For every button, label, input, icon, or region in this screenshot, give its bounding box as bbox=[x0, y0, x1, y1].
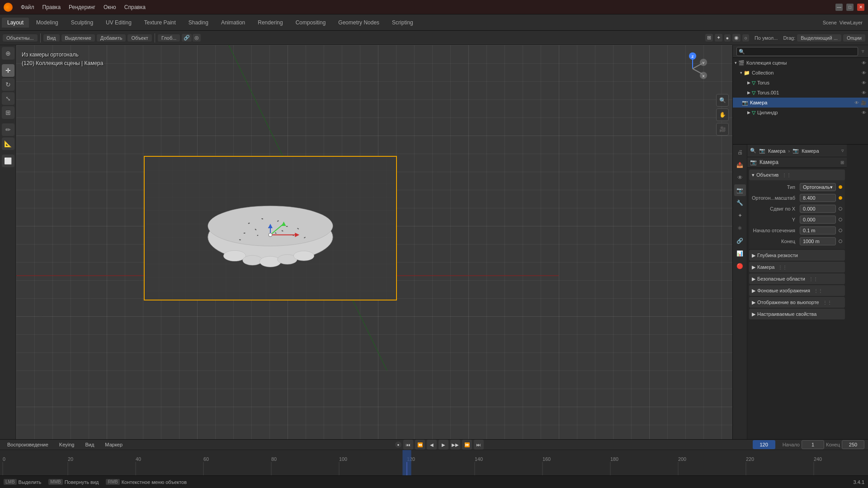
tl-keying-dropdown[interactable]: Keying bbox=[56, 441, 78, 448]
safe-areas-header[interactable]: ▶ Безопасные области ⋮⋮ bbox=[749, 273, 845, 284]
collection-item[interactable]: ▾ 📁 Collection 👁 bbox=[733, 68, 868, 78]
add-tool[interactable]: ⬜ bbox=[2, 155, 14, 167]
cylinder-vis-icon[interactable]: 👁 bbox=[862, 110, 866, 115]
prop-clip-start-dot[interactable] bbox=[839, 229, 842, 232]
dof-section-header[interactable]: ▶ Глубина резкости bbox=[749, 250, 845, 261]
tl-playback-dropdown[interactable]: Воспроизведение bbox=[4, 441, 52, 448]
proportional-btn[interactable]: ◎ bbox=[193, 34, 201, 42]
props-tab-constraints[interactable]: 🔗 bbox=[734, 235, 746, 247]
camera-sec-list-icon[interactable]: ⋮⋮ bbox=[778, 265, 787, 270]
col-visibility-icon[interactable]: 👁 bbox=[862, 70, 866, 75]
cursor-tool[interactable]: ⊕ bbox=[2, 47, 14, 60]
menu-edit[interactable]: Правка bbox=[39, 3, 65, 11]
props-filter-icon[interactable]: ▿ bbox=[841, 148, 844, 154]
menu-file[interactable]: Файл bbox=[17, 3, 38, 11]
camera-section-header[interactable]: ▶ Камера ⋮⋮ bbox=[749, 262, 845, 272]
lens-section-header[interactable]: ▾ Объектив ⋮⋮ bbox=[749, 169, 845, 180]
viewport-display-header[interactable]: ▶ Отображение во вьюпорте ⋮⋮ bbox=[749, 297, 845, 308]
tab-layout[interactable]: Layout bbox=[2, 18, 29, 28]
view-menu[interactable]: Вид bbox=[43, 34, 60, 42]
torus001-vis-icon[interactable]: 👁 bbox=[862, 90, 866, 95]
window-maximize-button[interactable]: □ bbox=[846, 4, 854, 11]
viewport-3d[interactable]: Из камеры ортогональ (120) Коллекция сце… bbox=[16, 45, 732, 439]
global-dropdown[interactable]: Глоб... bbox=[158, 34, 180, 42]
lens-list-icon[interactable]: ⋮⋮ bbox=[782, 173, 791, 178]
prop-clip-end-value[interactable]: 1000 m bbox=[800, 237, 836, 245]
jump-start-btn[interactable]: ⏮ bbox=[403, 440, 413, 450]
tab-geometry-nodes[interactable]: Geometry Nodes bbox=[333, 18, 385, 28]
visibility-icon[interactable]: 👁 bbox=[862, 61, 866, 66]
object-menu[interactable]: Объект bbox=[127, 34, 151, 42]
outliner-filter-icon[interactable]: ▿ bbox=[862, 48, 864, 54]
drag-dropdown[interactable]: Выделяющий ... bbox=[797, 34, 841, 42]
measure-tool[interactable]: 📐 bbox=[2, 137, 14, 150]
timeline-ruler[interactable]: 0 20 40 60 80 100 120 bbox=[0, 450, 868, 475]
tab-texture-paint[interactable]: Texture Paint bbox=[139, 18, 181, 28]
menu-window[interactable]: Окно bbox=[100, 3, 120, 11]
props-tab-modifier[interactable]: 🔧 bbox=[734, 197, 746, 209]
menu-render[interactable]: Рендеринг bbox=[65, 3, 99, 11]
window-minimize-button[interactable]: — bbox=[835, 4, 843, 11]
next-keyframe-btn[interactable]: ⏩ bbox=[462, 440, 472, 450]
camera-extra-icon[interactable]: 🎥 bbox=[861, 100, 866, 105]
window-close-button[interactable]: ✕ bbox=[857, 4, 864, 11]
start-frame-input[interactable] bbox=[802, 440, 824, 449]
current-frame-indicator[interactable]: 120 bbox=[753, 440, 775, 449]
props-tab-particles[interactable]: ✦ bbox=[734, 210, 746, 221]
select-menu[interactable]: Выделение bbox=[61, 34, 95, 42]
tl-view-dropdown[interactable]: Вид bbox=[81, 441, 98, 448]
tab-rendering[interactable]: Rendering bbox=[252, 18, 288, 28]
cylinder-item[interactable]: ▶ ▽ Цилиндр 👁 bbox=[733, 108, 868, 117]
zoom-out-btn[interactable]: ✋ bbox=[716, 108, 729, 121]
annotate-tool[interactable]: ✏ bbox=[2, 123, 14, 136]
custom-props-header[interactable]: ▶ Настраиваемые свойства bbox=[749, 309, 845, 319]
camera-item[interactable]: 📷 Камера 👁 🎥 bbox=[733, 98, 868, 108]
viewport-shading-mat[interactable]: ◉ bbox=[732, 34, 741, 42]
add-menu[interactable]: Добавить bbox=[97, 34, 126, 42]
tab-modeling[interactable]: Modeling bbox=[31, 18, 64, 28]
search-icon[interactable]: 🔍 bbox=[750, 148, 756, 154]
play-btn[interactable]: ▶ bbox=[439, 440, 448, 450]
object-mode-dropdown[interactable]: Объектны... bbox=[3, 34, 38, 42]
props-tab-object[interactable]: 📷 bbox=[734, 184, 746, 196]
prop-shift-y-dot[interactable] bbox=[839, 218, 842, 221]
prop-type-dropdown[interactable]: Ортогональ ▾ bbox=[800, 183, 836, 191]
tab-compositing[interactable]: Compositing bbox=[290, 18, 331, 28]
props-tab-render[interactable]: 🖨 bbox=[734, 146, 746, 158]
viewport-shading-render[interactable]: ○ bbox=[742, 34, 749, 42]
camera-vis-icon[interactable]: 👁 bbox=[854, 100, 859, 105]
background-header[interactable]: ▶ Фоновые изображения ⋮⋮ bbox=[749, 285, 845, 296]
frame-dot[interactable]: ● bbox=[395, 441, 401, 448]
prop-ortho-scale-dot[interactable] bbox=[839, 196, 842, 200]
transform-tool[interactable]: ⊞ bbox=[2, 106, 14, 119]
prop-clip-start-value[interactable]: 0.1 m bbox=[800, 226, 836, 235]
background-list-icon[interactable]: ⋮⋮ bbox=[814, 288, 823, 293]
gizmo-toggle[interactable]: ✦ bbox=[715, 34, 722, 42]
prev-keyframe-btn[interactable]: ⏪ bbox=[415, 440, 425, 450]
overlay-toggle[interactable]: ⊞ bbox=[705, 34, 713, 42]
prop-clip-end-dot[interactable] bbox=[839, 239, 842, 243]
end-frame-input[interactable] bbox=[842, 440, 864, 449]
props-tab-physics[interactable]: ⚛ bbox=[734, 222, 746, 234]
jump-end-btn[interactable]: ⏭ bbox=[474, 440, 484, 450]
options-btn[interactable]: Опции bbox=[843, 34, 865, 42]
torus-item[interactable]: ▶ ▽ Torus 👁 bbox=[733, 78, 868, 88]
tab-animation[interactable]: Animation bbox=[216, 18, 250, 28]
zoom-in-btn[interactable]: 🔍 bbox=[716, 94, 729, 107]
scale-tool[interactable]: ⤡ bbox=[2, 92, 14, 105]
tab-sculpting[interactable]: Sculpting bbox=[66, 18, 99, 28]
tab-uv-editing[interactable]: UV Editing bbox=[100, 18, 137, 28]
viewport-display-list-icon[interactable]: ⋮⋮ bbox=[823, 300, 832, 305]
camera-view-btn[interactable]: 🎥 bbox=[716, 123, 729, 136]
rotate-tool[interactable]: ↻ bbox=[2, 78, 14, 91]
props-tab-output[interactable]: 📤 bbox=[734, 159, 746, 171]
menu-help[interactable]: Справка bbox=[121, 3, 149, 11]
scene-collection-item[interactable]: ▾ 🎬 Коллекция сцены 👁 bbox=[733, 58, 868, 68]
prop-shift-x-dot[interactable] bbox=[839, 207, 842, 211]
prev-frame-btn[interactable]: ◀ bbox=[427, 440, 437, 450]
tl-marker-dropdown[interactable]: Маркер bbox=[101, 441, 126, 448]
torus-vis-icon[interactable]: 👁 bbox=[862, 80, 866, 85]
outliner-search[interactable] bbox=[736, 47, 858, 56]
prop-ortho-scale-value[interactable]: 8.400 bbox=[800, 194, 836, 202]
tab-shading[interactable]: Shading bbox=[183, 18, 214, 28]
